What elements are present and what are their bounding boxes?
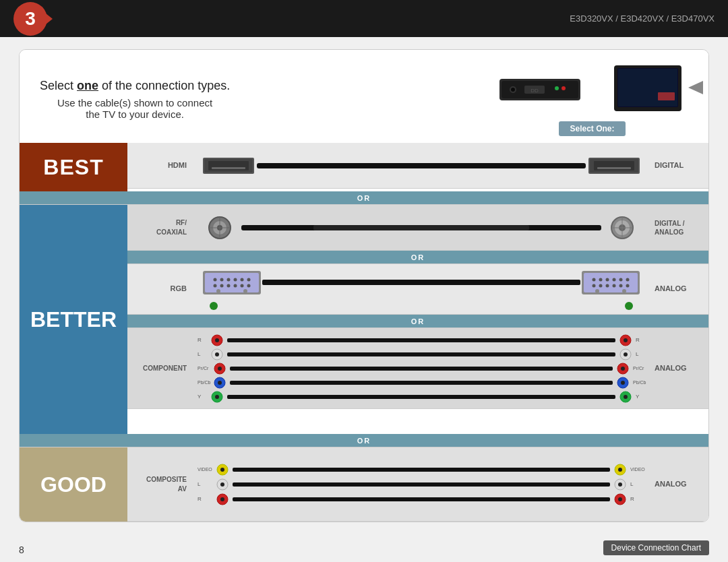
svg-point-82	[215, 395, 219, 399]
svg-point-49	[593, 278, 596, 281]
devices-column: DD	[496, 62, 688, 136]
svg-marker-12	[688, 81, 703, 94]
rgb-row: RGB	[127, 264, 708, 315]
page-number: 8	[19, 544, 24, 555]
or-divider-4: OR	[20, 434, 708, 447]
svg-point-7	[562, 86, 566, 90]
svg-point-78	[218, 381, 222, 385]
svg-point-86	[220, 468, 224, 472]
coaxial-left-icon	[202, 214, 239, 241]
svg-point-40	[220, 284, 224, 287]
svg-point-44	[247, 284, 251, 287]
svg-rect-32	[205, 273, 259, 292]
component-row: COMPONENT R R L	[127, 328, 708, 409]
ground-left	[207, 301, 220, 311]
tv-device-icon	[611, 62, 688, 116]
svg-point-35	[227, 278, 231, 281]
svg-rect-16	[212, 167, 245, 169]
model-number: E3D320VX / E3D420VX / E3D470VX	[570, 13, 715, 24]
instruction-subtext: Use the cable(s) shown to connectthe TV …	[40, 97, 230, 120]
better-section: BETTER RF/COAXIAL	[20, 205, 708, 434]
svg-point-55	[593, 284, 596, 287]
svg-point-42	[234, 284, 237, 287]
top-bar: 3 E3D320VX / E3D420VX / E3D470VX	[0, 0, 728, 37]
or-label-2: OR	[411, 253, 425, 261]
svg-point-39	[214, 284, 217, 287]
rgb-dest-label: ANALOG	[648, 284, 708, 294]
hdmi-source-label: HDMI	[127, 155, 195, 176]
or-label-4: OR	[357, 437, 371, 445]
svg-point-58	[613, 284, 616, 287]
hdmi-connector-right	[587, 152, 641, 179]
svg-point-52	[613, 278, 616, 281]
better-label: BETTER	[20, 205, 127, 434]
or-divider-1: OR	[20, 191, 708, 205]
composite-dest-label: ANALOG	[648, 479, 708, 489]
chart-container: BEST HDMI	[20, 143, 708, 522]
svg-point-72	[624, 352, 628, 356]
component-illustration: R R L L	[195, 330, 648, 407]
svg-point-59	[619, 284, 623, 287]
set-top-box-icon: DD	[496, 72, 584, 106]
svg-point-45	[216, 289, 220, 293]
instruction-heading: Select one of the connection types.	[40, 79, 230, 93]
best-connections: HDMI	[127, 143, 708, 191]
coaxial-label: RF/COAXIAL	[127, 213, 195, 243]
svg-rect-48	[584, 273, 638, 292]
composite-illustration: VIDEO VIDEO L L	[195, 460, 648, 509]
better-connection-rows: RF/COAXIAL	[127, 205, 708, 434]
svg-rect-20	[597, 167, 631, 169]
svg-point-64	[625, 302, 633, 310]
component-dest-label: ANALOG	[648, 363, 708, 373]
svg-point-76	[621, 367, 625, 371]
svg-point-74	[218, 367, 222, 371]
svg-point-54	[626, 278, 630, 281]
svg-point-62	[622, 289, 626, 293]
hdmi-row: HDMI	[127, 143, 708, 189]
svg-point-70	[215, 352, 219, 356]
svg-point-53	[619, 278, 623, 281]
vga-right-icon	[580, 268, 641, 298]
svg-point-92	[618, 482, 622, 487]
svg-point-51	[606, 278, 609, 281]
svg-point-90	[220, 482, 224, 487]
svg-text:DD: DD	[530, 88, 539, 94]
vga-left-icon	[202, 268, 262, 298]
rgb-label: RGB	[127, 278, 195, 299]
or-label-3: OR	[411, 317, 425, 325]
instruction-text: Select one of the connection types. Use …	[40, 79, 230, 120]
svg-point-84	[624, 395, 628, 399]
or-divider-2: OR	[127, 251, 708, 264]
good-connection-rows: COMPOSITEAV VIDEO VIDEO L	[127, 447, 708, 522]
good-section: GOOD COMPOSITEAV VIDEO VIDEO	[20, 447, 708, 522]
svg-point-61	[595, 289, 599, 293]
svg-point-88	[618, 468, 622, 472]
coaxial-dest-label: DIGITAL /ANALOG	[648, 219, 708, 237]
svg-rect-11	[658, 92, 675, 100]
rgb-illustration	[195, 265, 648, 314]
svg-rect-10	[618, 69, 677, 106]
svg-point-96	[618, 497, 622, 501]
best-section: BEST HDMI	[20, 143, 708, 191]
best-label: BEST	[20, 143, 127, 191]
instruction-area: Select one of the connection types. Use …	[20, 50, 708, 143]
svg-point-50	[599, 278, 603, 281]
svg-point-60	[626, 284, 630, 287]
svg-point-80	[621, 381, 625, 385]
svg-point-68	[624, 338, 628, 342]
svg-point-33	[214, 278, 217, 281]
svg-point-41	[227, 284, 231, 287]
composite-row: COMPOSITEAV VIDEO VIDEO L	[127, 447, 708, 522]
svg-point-38	[247, 278, 251, 281]
svg-point-66	[215, 338, 219, 342]
svg-point-56	[599, 284, 603, 287]
svg-point-34	[220, 278, 224, 281]
coaxial-illustration	[195, 212, 648, 244]
svg-point-94	[220, 497, 224, 501]
select-one-label: Select One:	[559, 121, 625, 136]
hdmi-illustration	[195, 150, 648, 182]
composite-label: COMPOSITEAV	[127, 470, 195, 499]
svg-point-3	[511, 88, 515, 92]
svg-point-57	[606, 284, 609, 287]
svg-point-43	[241, 284, 244, 287]
